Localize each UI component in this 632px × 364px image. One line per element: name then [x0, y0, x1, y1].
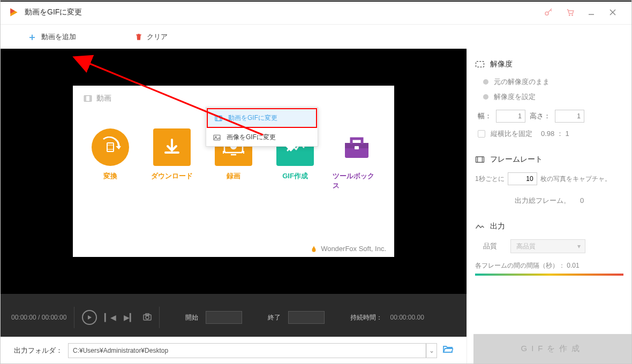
tool-toolbox[interactable]: ツールボックス	[330, 123, 383, 196]
chevron-down-icon: ▾	[577, 242, 581, 250]
brand-label: WonderFox Soft, Inc.	[321, 245, 386, 253]
play-button[interactable]	[82, 310, 97, 325]
height-label: 高さ：	[530, 111, 551, 121]
start-label: 開始	[185, 313, 198, 322]
popup-image-label: 画像をGIFに変更	[227, 133, 276, 142]
framerate-icon	[475, 156, 485, 163]
radio-icon	[483, 94, 488, 100]
resolution-title: 解像度	[490, 59, 513, 69]
add-video-label: 動画を追加	[41, 32, 76, 42]
next-frame-button[interactable]: ▶▎	[124, 313, 136, 322]
fps-suffix: 枚の写真をキャプチャ。	[540, 175, 611, 184]
settings-panel: 解像度 元の解像度のまま 解像度を設定 幅： 高さ： 縦横比を固定 0.98 ：…	[467, 49, 631, 363]
popup-video-label: 動画をGIFに変更	[228, 113, 277, 123]
total-frames-label: 出力総フレーム。	[515, 196, 570, 204]
source-header-label: 動画	[96, 94, 111, 103]
tool-download[interactable]: ダウンロード	[145, 123, 199, 196]
duration-value: 00:00:00.00	[390, 314, 424, 321]
tool-grid: 変換 ダウンロード 録画 GIF作成	[84, 123, 383, 196]
resolution-section: 解像度 元の解像度のまま 解像度を設定 幅： 高さ： 縦横比を固定 0.98 ：…	[475, 59, 623, 139]
close-button[interactable]	[602, 4, 623, 20]
open-folder-button[interactable]	[442, 345, 453, 356]
video-icon	[214, 114, 223, 123]
key-icon[interactable]	[538, 4, 559, 20]
width-input[interactable]	[496, 110, 525, 123]
svg-point-0	[545, 12, 548, 15]
playback-controls: 00:00:00 / 00:00:00 ▎◀ ▶▎ 開始 終了 持続時間： 00…	[1, 294, 467, 337]
svg-point-2	[572, 15, 573, 16]
svg-point-32	[146, 316, 149, 319]
toolbar: ＋ 動画を追加 クリア	[1, 25, 631, 49]
tool-record-label: 録画	[227, 171, 240, 181]
fps-prefix: 1秒ごとに	[475, 175, 505, 184]
radio-custom-label: 解像度を設定	[494, 92, 536, 102]
create-gif-label: GIFを作成	[521, 344, 584, 354]
end-input[interactable]	[288, 311, 325, 324]
quality-select[interactable]: 高品質 ▾	[510, 239, 585, 253]
flame-icon	[310, 245, 318, 253]
brand: WonderFox Soft, Inc.	[310, 245, 386, 253]
start-input[interactable]	[206, 311, 242, 324]
tool-convert-label: 変換	[103, 171, 117, 181]
height-input[interactable]	[555, 110, 584, 123]
window-title: 動画をGIFに変更	[25, 7, 82, 17]
output-folder-bar: 出力フォルダ： C:¥Users¥Administrator¥Desktop ⌄	[1, 337, 467, 363]
source-panel: 動画 変換 ダウンロード 録画	[73, 86, 394, 257]
total-frames-value: 0	[580, 196, 584, 204]
output-icon	[475, 223, 485, 230]
aspect-ratio: 0.98 ： 1	[541, 129, 569, 139]
minimize-button[interactable]	[581, 4, 602, 20]
prev-frame-button[interactable]: ▎◀	[104, 313, 116, 322]
lock-aspect-label: 縦横比を固定	[491, 129, 532, 139]
app-logo-icon	[9, 7, 19, 18]
output-folder-select[interactable]: C:¥Users¥Administrator¥Desktop ⌄	[68, 343, 437, 358]
svg-rect-15	[107, 143, 114, 151]
resolution-icon	[475, 60, 485, 68]
titlebar: 動画をGIFに変更	[1, 1, 631, 25]
output-title: 出力	[490, 222, 505, 231]
radio-custom[interactable]: 解像度を設定	[483, 92, 623, 102]
image-icon	[213, 133, 221, 142]
output-section: 出力 品質 高品質 ▾ 各フレームの間の間隔（秒）： 0.01	[475, 222, 623, 276]
quality-label: 品質	[483, 241, 497, 251]
svg-rect-22	[215, 116, 222, 120]
popup-video-to-gif[interactable]: 動画をGIFに変更	[207, 108, 317, 128]
svg-rect-34	[476, 62, 484, 67]
download-icon	[153, 128, 191, 166]
radio-original-label: 元の解像度のまま	[494, 77, 550, 87]
radio-original[interactable]: 元の解像度のまま	[483, 77, 623, 87]
framerate-section: フレームレート 1秒ごとに 枚の写真をキャプチャ。 出力総フレーム。 0	[475, 155, 623, 206]
svg-rect-29	[355, 146, 359, 149]
clear-label: クリア	[147, 32, 168, 42]
snapshot-button[interactable]	[143, 313, 152, 322]
convert-icon	[92, 128, 129, 166]
duration-label: 持続時間：	[350, 313, 382, 322]
plus-icon: ＋	[27, 31, 37, 43]
create-gif-button[interactable]: GIFを作成	[473, 334, 631, 363]
radio-icon	[483, 79, 488, 85]
add-video-button[interactable]: ＋ 動画を追加	[27, 31, 76, 43]
fps-input[interactable]	[508, 172, 537, 185]
output-folder-label: 出力フォルダ：	[14, 346, 63, 355]
lock-aspect-checkbox[interactable]	[478, 130, 485, 138]
width-label: 幅：	[478, 111, 492, 121]
tool-convert[interactable]: 変換	[84, 123, 137, 196]
source-header: 動画	[84, 94, 111, 103]
interval-text: 各フレームの間の間隔（秒）： 0.01	[475, 262, 580, 269]
trash-icon	[135, 33, 142, 41]
output-folder-path: C:¥Users¥Administrator¥Desktop	[73, 347, 168, 354]
end-label: 終了	[268, 313, 281, 322]
time-display: 00:00:00 / 00:00:00	[11, 314, 66, 321]
clear-button[interactable]: クリア	[135, 32, 168, 42]
preview-area: 動画 変換 ダウンロード 録画	[1, 49, 467, 294]
framerate-title: フレームレート	[490, 155, 543, 164]
tool-toolbox-label: ツールボックス	[333, 171, 381, 191]
tool-gif-label: GIF作成	[282, 171, 308, 181]
svg-point-1	[569, 15, 570, 16]
film-icon	[84, 95, 92, 102]
popup-image-to-gif[interactable]: 画像をGIFに変更	[206, 128, 318, 146]
cart-icon[interactable]	[559, 4, 581, 20]
interval-slider[interactable]	[475, 274, 623, 276]
toolbox-icon	[338, 128, 375, 166]
tool-gif[interactable]: GIF作成 動画をGIFに変更 画像をGIFに変更	[268, 123, 322, 196]
